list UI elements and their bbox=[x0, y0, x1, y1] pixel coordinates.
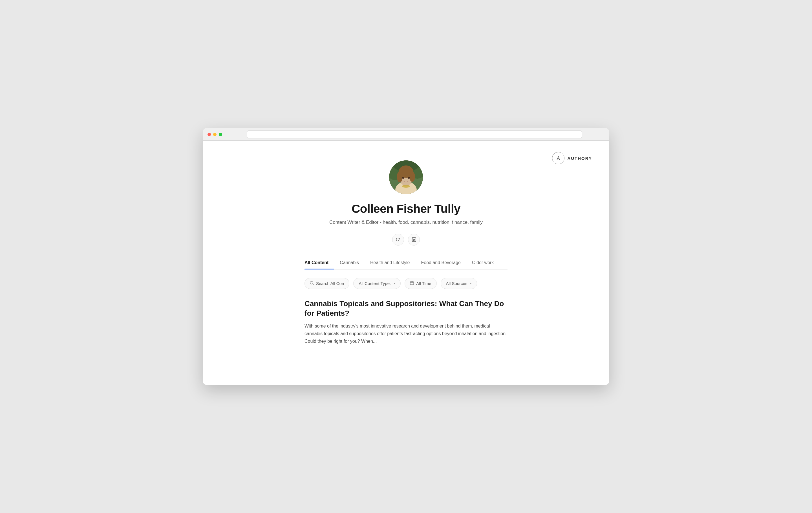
svg-point-13 bbox=[402, 185, 410, 188]
tab-health-lifestyle[interactable]: Health and Lifestyle bbox=[365, 257, 415, 269]
tab-cannabis[interactable]: Cannabis bbox=[334, 257, 365, 269]
article-title[interactable]: Cannabis Topicals and Suppositories: Wha… bbox=[304, 299, 508, 318]
close-button[interactable] bbox=[207, 133, 211, 136]
maximize-button[interactable] bbox=[219, 133, 222, 136]
sources-filter[interactable]: All Sources ▾ bbox=[441, 278, 477, 289]
twitter-button[interactable] bbox=[392, 234, 404, 245]
tab-all-content[interactable]: All Content bbox=[304, 257, 334, 269]
content-type-label: All Content Type: bbox=[359, 281, 391, 286]
calendar-icon bbox=[410, 281, 414, 286]
article-excerpt: With some of the industry's most innovat… bbox=[304, 322, 508, 345]
tabs-container: All Content Cannabis Health and Lifestyl… bbox=[299, 257, 513, 356]
article-item: Cannabis Topicals and Suppositories: Wha… bbox=[304, 299, 508, 345]
filters-row: Search All Con All Content Type: ▾ bbox=[304, 278, 508, 289]
content-area: Cannabis Topicals and Suppositories: Wha… bbox=[304, 299, 508, 356]
minimize-button[interactable] bbox=[213, 133, 216, 136]
profile-name: Colleen Fisher Tully bbox=[352, 202, 460, 216]
time-filter[interactable]: All Time bbox=[405, 278, 436, 289]
avatar-image bbox=[389, 160, 423, 194]
logo-symbol: A bbox=[556, 155, 560, 161]
time-label: All Time bbox=[416, 281, 431, 286]
logo-name: AUTHORY bbox=[567, 156, 592, 161]
svg-point-11 bbox=[402, 177, 404, 179]
profile-section: Colleen Fisher Tully Content Writer & Ed… bbox=[203, 141, 609, 365]
svg-point-15 bbox=[310, 281, 313, 284]
page-content: A AUTHORY bbox=[203, 141, 609, 385]
sources-label: All Sources bbox=[446, 281, 467, 286]
avatar bbox=[389, 160, 423, 194]
browser-window: A AUTHORY bbox=[203, 128, 609, 385]
search-filter[interactable]: Search All Con bbox=[304, 278, 349, 289]
logo-circle: A bbox=[552, 152, 564, 164]
sources-chevron: ▾ bbox=[470, 281, 472, 285]
social-links bbox=[392, 234, 420, 245]
browser-chrome bbox=[203, 128, 609, 141]
tab-older-work[interactable]: Older work bbox=[466, 257, 499, 269]
twitter-icon bbox=[396, 238, 400, 242]
search-icon bbox=[310, 281, 314, 286]
url-bar[interactable] bbox=[247, 130, 582, 139]
authory-logo: A AUTHORY bbox=[552, 152, 592, 164]
svg-point-12 bbox=[408, 177, 410, 179]
svg-point-9 bbox=[397, 171, 403, 182]
svg-point-10 bbox=[409, 172, 415, 182]
content-type-filter[interactable]: All Content Type: ▾ bbox=[353, 278, 401, 289]
tab-food-beverage[interactable]: Food and Beverage bbox=[415, 257, 466, 269]
content-type-chevron: ▾ bbox=[394, 281, 395, 285]
linkedin-icon bbox=[412, 237, 416, 242]
linkedin-button[interactable] bbox=[408, 234, 420, 245]
search-placeholder: Search All Con bbox=[316, 281, 344, 286]
profile-bio: Content Writer & Editor - health, food, … bbox=[329, 219, 483, 225]
svg-rect-16 bbox=[410, 281, 414, 285]
tabs-list: All Content Cannabis Health and Lifestyl… bbox=[304, 257, 508, 269]
